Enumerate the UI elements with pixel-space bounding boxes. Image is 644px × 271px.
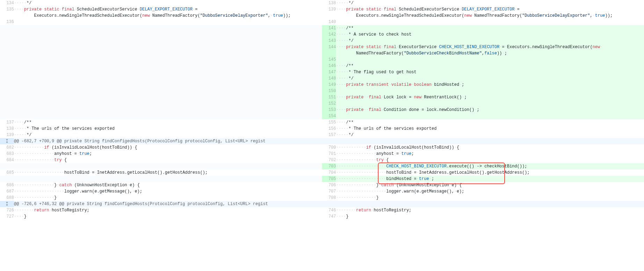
line-number-left[interactable]: 687 [0,188,14,195]
line-number-right[interactable]: 702 [322,157,336,163]
code-left: ········return·hostToRegistry; [14,207,322,213]
diff-row: 141 ····/** [0,25,644,31]
line-number-left [0,25,14,119]
diff-row: 705 ····················bindHosted·=·tru… [0,176,644,182]
line-number-right[interactable] [322,13,336,19]
line-number-right[interactable]: 152 [322,100,336,107]
line-number-left[interactable]: 136 [0,19,14,25]
expand-icon[interactable] [0,138,14,144]
diff-row: 686 ················}·catch·(UnknownHost… [0,182,644,188]
code-right: ·····*·The·urls·of·the·services·exported [336,126,644,132]
diff-row: 687 ····················logger.warn(e.ge… [0,188,644,195]
code-right: ·····*/ [336,0,644,6]
line-number-left[interactable]: 686 [0,182,14,188]
line-number-right[interactable]: 149 [322,82,336,88]
diff-row: Executors.newSingleThreadScheduledExecut… [0,13,644,19]
line-number-right[interactable]: 747 [322,213,336,220]
code-left: ················} [14,195,322,201]
line-number-left [0,176,14,182]
line-number-left[interactable]: 688 [0,195,14,201]
line-number-right[interactable]: 156 [322,126,336,132]
expand-icon[interactable] [0,201,14,207]
code-left: ················try·{ [14,157,322,163]
diff-row: 139 ·····*/ 157 ·····*/ [0,132,644,138]
code-right [336,100,644,107]
line-number-right[interactable]: 153 [322,107,336,113]
line-number-right[interactable]: 705 [322,176,336,182]
line-number-left[interactable]: 726 [0,207,14,213]
diff-row: 135 ····private·static·final·ScheduledEx… [0,6,644,13]
line-number-left[interactable] [0,13,14,19]
diff-row: 137 ····/** 155 ····/** [0,119,644,126]
code-right: ····private··final·Condition·done·=·lock… [336,107,644,113]
line-number-right[interactable]: 157 [322,132,336,138]
line-number-right[interactable]: 141 [322,25,336,31]
code-right: ·····*·The·flag·used·to·get·host [336,69,644,75]
line-number-right[interactable]: 145 [322,57,336,63]
line-number-right[interactable] [322,50,336,57]
diff-row: 682 ············if·(isInvalidLocalHost(h… [0,144,644,151]
line-number-left[interactable]: 139 [0,132,14,138]
hunk-header[interactable]: @@ -682,7 +700,9 @@ private String findC… [0,138,644,144]
line-number-right[interactable]: 143 [322,38,336,44]
line-number-left[interactable]: 682 [0,144,14,151]
code-left: ·····*/ [14,0,322,6]
code-left-empty [14,163,322,170]
line-number-left[interactable]: 685 [0,170,14,176]
line-number-right[interactable]: 701 [322,151,336,157]
hunk-header[interactable]: @@ -726,6 +746,32 @@ private String find… [0,201,644,207]
line-number-right[interactable]: 706 [322,182,336,188]
code-right: ················anyhost·=·true; [336,151,644,157]
line-number-right[interactable]: 704 [322,170,336,176]
line-number-right[interactable]: 151 [322,94,336,100]
line-number-left[interactable]: 684 [0,157,14,163]
code-right: ····private·static·final·ScheduledExecut… [336,6,644,13]
line-number-right[interactable]: 144 [322,44,336,50]
diff-table: 134 ·····*/ 138 ·····*/ 135 ····private·… [0,0,644,220]
code-left: ····} [14,213,322,220]
code-right: ····/** [336,63,644,69]
line-number-left[interactable]: 134 [0,0,14,6]
code-left: ·····*/ [14,132,322,138]
line-number-left[interactable]: 135 [0,6,14,13]
line-number-right[interactable]: 707 [322,188,336,195]
line-number-right[interactable]: 155 [322,119,336,126]
code-right: ················try·{ [336,157,644,163]
line-number-left[interactable]: 137 [0,119,14,126]
line-number-right[interactable]: 146 [322,63,336,69]
line-number-left[interactable]: 727 [0,213,14,220]
line-number-right[interactable]: 140 [322,19,336,25]
code-right: ·····*/ [336,75,644,82]
line-number-right[interactable]: 148 [322,75,336,82]
line-number-right[interactable]: 139 [322,6,336,13]
line-number-right[interactable]: 708 [322,195,336,201]
code-left: ·····*·The·urls·of·the·services·exported [14,126,322,132]
code-left: ····private·static·final·ScheduledExecut… [14,6,322,13]
line-number-left[interactable]: 138 [0,126,14,132]
code-left: ············if·(isInvalidLocalHost(hostT… [14,144,322,151]
line-number-right[interactable]: 142 [322,31,336,38]
line-number-right[interactable]: 700 [322,144,336,151]
diff-row: 688 ················} 708 ··············… [0,195,644,201]
code-right: ············if·(isInvalidLocalHost(hostT… [336,144,644,151]
line-number-right[interactable]: 703 [322,163,336,170]
code-right: ····/** [336,119,644,126]
line-number-right[interactable]: 150 [322,88,336,94]
line-number-right[interactable]: 147 [322,69,336,75]
diff-row: 703 ····················CHECK_HOST_BIND_… [0,163,644,170]
code-right: Executors.newSingleThreadScheduledExecut… [336,13,644,19]
line-number-right[interactable]: 138 [322,0,336,6]
code-right: ····················logger.warn(e.getMes… [336,188,644,195]
hunk-text: @@ -726,6 +746,32 @@ private String find… [14,201,644,207]
code-right [336,113,644,119]
diff-view: 134 ·····*/ 138 ·····*/ 135 ····private·… [0,0,644,220]
line-number-right[interactable]: 746 [322,207,336,213]
code-left: ················}·catch·(UnknownHostExce… [14,182,322,188]
line-number-left[interactable]: 683 [0,151,14,157]
line-number-right[interactable]: 154 [322,113,336,119]
diff-row: 726 ········return·hostToRegistry; 746 ·… [0,207,644,213]
code-right: ····} [336,213,644,220]
diff-row: 134 ·····*/ 138 ·····*/ [0,0,644,6]
code-right: ····private·transient·volatile·boolean·b… [336,82,644,88]
code-left: ················anyhost·=·true; [14,151,322,157]
